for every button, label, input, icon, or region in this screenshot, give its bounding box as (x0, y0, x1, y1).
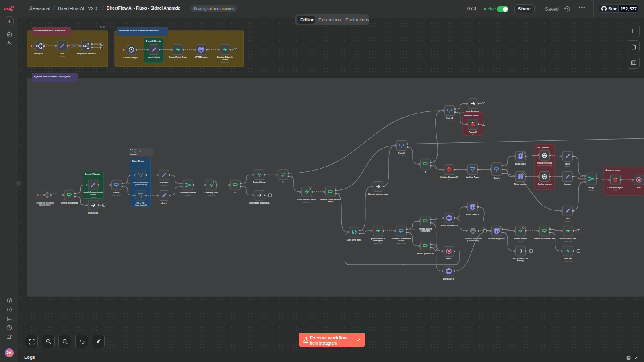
svg-text:verifica palavra: verifica palavra (419, 228, 432, 230)
svg-text:append: append (588, 189, 594, 191)
svg-text:manual: manual (60, 55, 65, 57)
svg-text:(Deactivated): (Deactivated) (467, 240, 479, 242)
svg-text:Seguidor: Seguidor (504, 228, 510, 230)
svg-text:comentario: comentario (124, 183, 131, 184)
svg-text:false: false (433, 165, 436, 167)
svg-text:false: false (433, 222, 436, 224)
svg-text:manual: manual (151, 59, 157, 61)
svg-text:Set: Set (472, 134, 475, 136)
svg-text:update: row: update: row (564, 240, 572, 242)
svg-text:Transcribe Recording: Transcribe Recording (537, 165, 552, 167)
svg-text:atendimento: atendimento (457, 111, 464, 113)
svg-text:if1: if1 (234, 192, 237, 194)
svg-text:Switch: Switch (494, 177, 500, 179)
svg-text:false: false (552, 232, 555, 233)
svg-text:mode: Rules: mode: Rules (112, 194, 121, 196)
svg-text:true: true (552, 228, 554, 230)
svg-text:false: false (243, 186, 246, 187)
svg-text:Filtro DM: Filtro DM (137, 202, 145, 204)
svg-text:atualiza dados cmt: atualiza dados cmt (559, 238, 576, 240)
svg-text:Wasn Gate: Wasn Gate (94, 43, 100, 45)
svg-text:manual: manual (161, 184, 167, 186)
svg-text:Transcreve Audio: Transcreve Audio (537, 162, 553, 164)
svg-text:ou DM: ou DM (398, 240, 404, 242)
svg-text:(Deactivated): (Deactivated) (39, 204, 51, 206)
svg-text:Automação Desativada: Automação Desativada (249, 202, 270, 204)
svg-text:HTTP Request: HTTP Request (195, 56, 208, 58)
svg-text:msg agente: msg agente (88, 212, 99, 214)
svg-text:Envia DM PC1: Envia DM PC1 (466, 214, 479, 216)
svg-text:Não tem palavra-chave: Não tem palavra-chave (368, 193, 388, 195)
svg-text:Envia DM PC: Envia DM PC (443, 278, 455, 280)
svg-text:Baixa Imagem: Baixa Imagem (514, 183, 527, 185)
svg-text:append: append (185, 194, 190, 196)
svg-text:false: false (76, 196, 79, 197)
svg-text:getAll: row: getAll: row (174, 59, 182, 61)
svg-text:DM: DM (409, 232, 411, 233)
svg-text:verificar se tem palavra-: verificar se tem palavra- (320, 199, 341, 201)
svg-text:mode: Rules: mode: Rules (445, 120, 454, 122)
svg-text:Analisa Imagem: Analisa Imagem (538, 183, 552, 185)
svg-text:verifica banco1: verifica banco1 (514, 238, 527, 240)
svg-text:true: true (433, 244, 435, 245)
svg-text:Imagem: Imagem (564, 183, 571, 185)
svg-text:Listar Palavras-chave: Listar Palavras-chave (297, 199, 316, 201)
svg-text:Push: Push (613, 189, 617, 191)
svg-text:Wait: Wait (637, 187, 641, 189)
svg-text:get: row: get: row (256, 184, 262, 186)
svg-text:mode: Rules: mode: Rules (397, 155, 406, 157)
svg-text:Pausar atend: Pausar atend (464, 114, 479, 117)
svg-text:mode: Rules: mode: Rules (492, 180, 501, 182)
svg-text:direct: direct (161, 202, 167, 204)
svg-text:getAll: row: getAll: row (374, 243, 382, 245)
svg-text:false: false (290, 176, 293, 177)
svg-text:true: true (76, 193, 79, 194)
svg-text:Input 1: Input 1 (580, 176, 584, 177)
svg-text:verifica msg agente: verifica msg agente (61, 202, 78, 204)
svg-text:este nó para colocar em: este nó para colocar em (130, 151, 147, 153)
svg-text:loop: loop (361, 233, 364, 234)
svg-text:Renovar Token Automaticamente: Renovar Token Automaticamente (119, 29, 159, 32)
svg-text:API Openai: API Openai (536, 146, 549, 149)
svg-text:manual: manual (565, 220, 570, 222)
svg-text:Dados Cliente: Dados Cliente (253, 181, 266, 183)
svg-text:POST: POST (53, 193, 57, 195)
svg-text:Instagram Webhook: Instagram Webhook (37, 202, 54, 204)
svg-text:Switch3: Switch3 (113, 192, 120, 194)
svg-text:Respond to Webhook: Respond to Webhook (77, 53, 96, 55)
svg-text:Audio: Audio (565, 163, 570, 165)
svg-text:e-mail cliente: e-mail cliente (148, 56, 160, 58)
svg-text:done: done (361, 230, 365, 231)
svg-text:manual: manual (565, 186, 570, 188)
svg-text:manual: manual (91, 196, 96, 198)
svg-text:getAll: row: getAll: row (303, 201, 311, 203)
svg-text:Loop Over Items: Loop Over Items (347, 239, 362, 241)
svg-text:e-mail de cadastro do: e-mail de cadastro do (84, 191, 103, 193)
svg-text:true: true (338, 189, 340, 191)
svg-text:Envia DM com botão: Envia DM com botão (464, 238, 482, 240)
svg-text:if: if (283, 181, 284, 183)
svg-text:salva cmt: salva cmt (564, 258, 572, 260)
svg-text:Verificar Bloqueio IA: Verificar Bloqueio IA (440, 176, 459, 178)
svg-text:Cliente: Cliente (222, 59, 228, 61)
svg-text:Envia Comentário PC: Envia Comentário PC (440, 225, 459, 227)
svg-text:Input 1: Input 1 (177, 183, 181, 185)
svg-text:mode: Rules: mode: Rules (397, 243, 406, 245)
svg-text:Baixa Audio: Baixa Audio (515, 163, 526, 165)
svg-text:Text: Text (566, 218, 570, 220)
svg-text:(Deactivated): (Deactivated) (135, 204, 147, 206)
svg-text:text: text (504, 173, 506, 174)
svg-text:E-mail Cliente: E-mail Cliente (85, 173, 100, 175)
svg-text:Get many rows: Get many rows (205, 192, 218, 194)
svg-text:Sim: Sim (409, 146, 411, 148)
svg-text:Pausar IA: Pausar IA (469, 131, 477, 133)
svg-text:Input 2: Input 2 (177, 186, 181, 188)
svg-text:DM: DM (124, 186, 126, 187)
svg-text:false: false (338, 193, 341, 194)
svg-text:msg do agente: msg do agente (466, 110, 480, 112)
svg-text:comentario: comentario (421, 230, 431, 232)
svg-text:nothing!: nothing! (517, 260, 524, 262)
svg-text:Verificar Seguidor1: Verificar Seguidor1 (488, 238, 505, 240)
svg-text:Get: Get (448, 179, 451, 181)
svg-text:cometario: cometario (160, 182, 169, 184)
